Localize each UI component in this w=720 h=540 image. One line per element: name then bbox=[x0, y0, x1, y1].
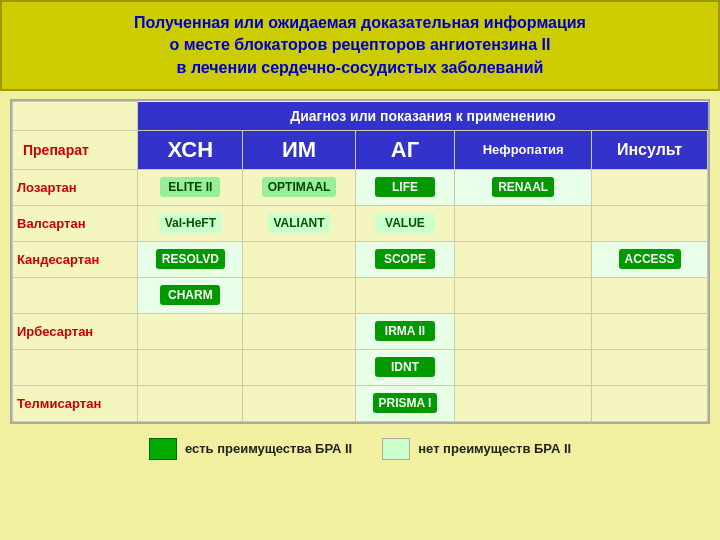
cell-charm-ag bbox=[355, 277, 454, 313]
cell-idnt-im bbox=[243, 349, 355, 385]
drug-label: Валсартан bbox=[13, 205, 138, 241]
study-badge: ELITE II bbox=[160, 177, 220, 197]
table-row: Телмисартан PRISMA I bbox=[13, 385, 708, 421]
legend-box-green bbox=[149, 438, 177, 460]
cell-irb-insult bbox=[592, 313, 708, 349]
table-row: Ирбесартан IRMA II bbox=[13, 313, 708, 349]
cell-telm-hcn bbox=[138, 385, 243, 421]
cell-idnt-hcn bbox=[138, 349, 243, 385]
table-row: IDNT bbox=[13, 349, 708, 385]
cell-charm-hcn: CHARM bbox=[138, 277, 243, 313]
cell-candesartan-ag: SCOPE bbox=[355, 241, 454, 277]
study-badge: PRISMA I bbox=[373, 393, 438, 413]
col-insult-header: Инсульт bbox=[592, 130, 708, 169]
cell-candesartan-nephro bbox=[455, 241, 592, 277]
cell-valsartan-ag: VALUE bbox=[355, 205, 454, 241]
cell-losartan-insult bbox=[592, 169, 708, 205]
study-badge: IDNT bbox=[375, 357, 435, 377]
cell-charm-im bbox=[243, 277, 355, 313]
header: Полученная или ожидаемая доказательная и… bbox=[0, 0, 720, 91]
drug-label: Ирбесартан bbox=[13, 313, 138, 349]
drug-label: Телмисартан bbox=[13, 385, 138, 421]
drug-label bbox=[13, 349, 138, 385]
main-table-container: Диагноз или показания к применению Препа… bbox=[10, 99, 710, 424]
cell-losartan-nephro: RENAAL bbox=[455, 169, 592, 205]
study-badge: OPTIMAAL bbox=[262, 177, 337, 197]
legend-box-light bbox=[382, 438, 410, 460]
legend-row: есть преимущества БРА II нет преимуществ… bbox=[10, 432, 710, 466]
legend-label-light: нет преимуществ БРА II bbox=[418, 441, 571, 456]
cell-irb-ag: IRMA II bbox=[355, 313, 454, 349]
study-badge: RENAAL bbox=[492, 177, 554, 197]
drug-label: Лозартан bbox=[13, 169, 138, 205]
diagnosis-header-cell: Диагноз или показания к применению bbox=[138, 102, 708, 131]
col-ag-header: АГ bbox=[355, 130, 454, 169]
cell-telm-nephro bbox=[455, 385, 592, 421]
cell-losartan-ag: LIFE bbox=[355, 169, 454, 205]
study-badge: VALIANT bbox=[268, 213, 331, 233]
column-header-row: Препарат ХСН ИМ АГ Нефропатия Инсульт bbox=[13, 130, 708, 169]
cell-telm-ag: PRISMA I bbox=[355, 385, 454, 421]
study-badge-charm: CHARM bbox=[160, 285, 220, 305]
study-badge: SCOPE bbox=[375, 249, 435, 269]
cell-candesartan-im bbox=[243, 241, 355, 277]
study-badge: Val-HeFT bbox=[159, 213, 222, 233]
legend-label-green: есть преимущества БРА II bbox=[185, 441, 352, 456]
table-row: CHARM bbox=[13, 277, 708, 313]
legend-item-light: нет преимуществ БРА II bbox=[382, 438, 571, 460]
table-row: Лозартан ELITE II OPTIMAAL LIFE RENAAL bbox=[13, 169, 708, 205]
col-im-header: ИМ bbox=[243, 130, 355, 169]
cell-idnt-ag: IDNT bbox=[355, 349, 454, 385]
cell-irb-hcn bbox=[138, 313, 243, 349]
cell-losartan-hcn: ELITE II bbox=[138, 169, 243, 205]
cell-irb-im bbox=[243, 313, 355, 349]
cell-valsartan-nephro bbox=[455, 205, 592, 241]
cell-irb-nephro bbox=[455, 313, 592, 349]
legend-item-green: есть преимущества БРА II bbox=[149, 438, 352, 460]
cell-valsartan-im: VALIANT bbox=[243, 205, 355, 241]
cell-telm-insult bbox=[592, 385, 708, 421]
cell-idnt-nephro bbox=[455, 349, 592, 385]
cell-charm-nephro bbox=[455, 277, 592, 313]
table-row: Кандесартан RESOLVD SCOPE ACCESS bbox=[13, 241, 708, 277]
cell-charm-insult bbox=[592, 277, 708, 313]
table-row: Валсартан Val-HeFT VALIANT VALUE bbox=[13, 205, 708, 241]
col-drug-header: Препарат bbox=[13, 130, 138, 169]
cell-losartan-im: OPTIMAAL bbox=[243, 169, 355, 205]
study-badge: VALUE bbox=[375, 213, 435, 233]
drug-label bbox=[13, 277, 138, 313]
header-title: Полученная или ожидаемая доказательная и… bbox=[22, 12, 698, 79]
cell-valsartan-hcn: Val-HeFT bbox=[138, 205, 243, 241]
study-badge: IRMA II bbox=[375, 321, 435, 341]
study-badge: RESOLVD bbox=[156, 249, 225, 269]
cell-valsartan-insult bbox=[592, 205, 708, 241]
drug-label: Кандесартан bbox=[13, 241, 138, 277]
col-nephro-header: Нефропатия bbox=[455, 130, 592, 169]
study-badge: LIFE bbox=[375, 177, 435, 197]
study-badge: ACCESS bbox=[619, 249, 681, 269]
cell-telm-im bbox=[243, 385, 355, 421]
cell-candesartan-insult: ACCESS bbox=[592, 241, 708, 277]
col-hcn-header: ХСН bbox=[138, 130, 243, 169]
diagnosis-header-row: Диагноз или показания к применению bbox=[13, 102, 708, 131]
cell-candesartan-hcn: RESOLVD bbox=[138, 241, 243, 277]
cell-idnt-insult bbox=[592, 349, 708, 385]
